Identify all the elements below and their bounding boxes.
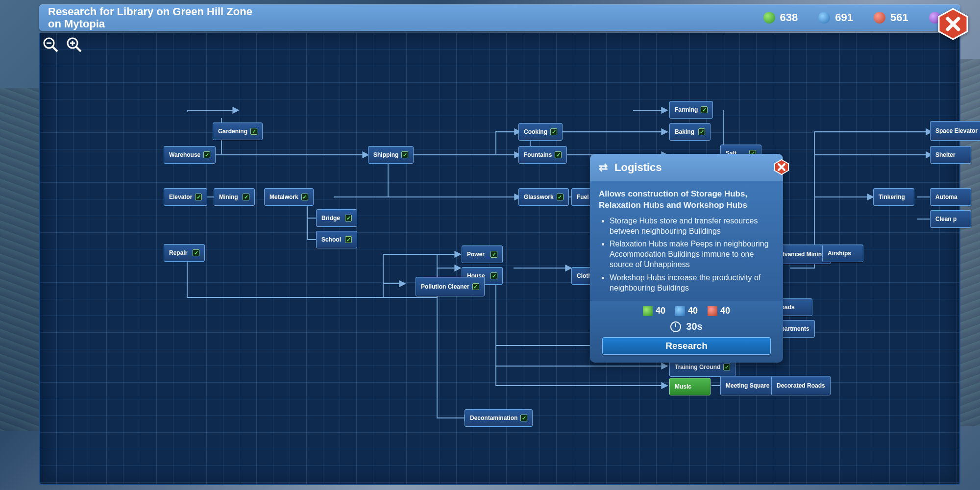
node-label: Elevator [169,194,192,200]
zoom-in-button[interactable] [66,36,82,53]
node-label: Music [675,384,691,390]
popup-close-button[interactable] [773,159,790,175]
page-title: Research for Library on Green Hill Zone … [48,5,254,30]
check-icon [193,249,199,256]
node-label: Pollution Cleaner [421,284,469,290]
resource-red-icon [708,306,717,316]
popup-bullet: Relaxation Hubs make Peeps in neighbouri… [610,239,774,270]
check-icon [520,415,527,421]
resource-blue-icon [818,12,830,24]
node-label: Farming [675,107,698,113]
node-warehouse[interactable]: Warehouse [164,146,216,164]
close-button[interactable] [936,7,970,41]
cost-green: 40 [643,306,665,316]
node-label: Advanced Mining [777,251,825,258]
cost-value: 40 [656,306,665,316]
popup-costs: 40 40 40 30s Research [590,301,783,363]
node-bridge[interactable]: Bridge [316,209,357,227]
node-metalwork[interactable]: Metalwork [264,188,314,206]
tech-tree-panel[interactable]: Warehouse Gardening Shipping Elevator Mi… [39,33,960,485]
node-power[interactable]: Power [462,245,503,263]
resource-red-value: 561 [890,11,908,24]
popup-header: ⇄ Logistics [590,154,783,181]
resource-green-icon [763,12,775,24]
node-mining[interactable]: Mining [214,188,255,206]
node-decorated-roads[interactable]: Decorated Roads [771,376,831,395]
node-label: Fuel [577,194,589,200]
cost-row: 40 40 40 [643,306,730,316]
svg-line-3 [52,47,57,51]
check-icon [701,106,708,113]
node-label: Baking [675,129,694,135]
popup-bullet: Workshop Hubs increase the productivity … [610,273,774,294]
resource-green-value: 638 [780,11,798,24]
node-label: Tinkering [879,194,905,200]
node-school[interactable]: School [316,231,357,248]
node-label: Bridge [321,215,340,221]
node-automation[interactable]: Automa [930,188,971,206]
resource-blue: 691 [818,11,853,24]
cost-value: 40 [688,306,698,316]
check-icon [490,272,497,279]
popup-body: Allows construction of Storage Hubs, Rel… [590,181,783,301]
node-label: Cooking [524,129,547,135]
resource-blue-icon [675,306,685,316]
popup-bullet: Storage Hubs store and transfer resource… [610,216,774,237]
resource-red-icon [874,12,885,24]
node-glasswork[interactable]: Glasswork [518,188,569,206]
popup-description: Allows construction of Storage Hubs, Rel… [599,189,774,211]
node-elevator[interactable]: Elevator [164,188,207,206]
node-tinkering[interactable]: Tinkering [873,188,914,206]
node-space-elevator[interactable]: Space Elevator [930,121,980,141]
cost-blue: 40 [675,306,698,316]
node-label: Glasswork [524,194,554,200]
cost-value: 40 [720,306,730,316]
resource-green: 638 [763,11,798,24]
resource-blue-value: 691 [835,11,853,24]
check-icon [401,151,408,158]
node-decontamination[interactable]: Decontamination [465,409,533,427]
check-icon [557,194,564,200]
zoom-out-button[interactable] [42,36,59,53]
node-cooking[interactable]: Cooking [518,123,563,141]
node-label: Warehouse [169,152,200,158]
research-time: 30s [670,321,702,332]
svg-line-7 [76,47,81,51]
node-music[interactable]: Music [669,378,710,395]
logistics-icon: ⇄ [599,161,608,174]
node-fountains[interactable]: Fountains [518,146,567,164]
check-icon [345,215,352,221]
node-label: Mining [219,194,238,200]
node-farming[interactable]: Farming [669,101,713,119]
node-gardening[interactable]: Gardening [213,122,263,140]
node-airships[interactable]: Airships [822,245,863,262]
check-icon [490,251,497,258]
popup-title: Logistics [614,161,662,174]
time-value: 30s [686,321,702,332]
node-baking[interactable]: Baking [669,123,710,141]
resource-readout: 638 691 561 0 [763,11,952,24]
node-label: Fountains [524,152,552,158]
research-button[interactable]: Research [602,337,771,355]
node-clean-power[interactable]: Clean p [930,210,971,228]
check-icon [195,194,202,200]
node-label: Automa [935,194,957,200]
node-label: Repair [169,250,187,256]
node-pollution-cleaner[interactable]: Pollution Cleaner [416,277,485,296]
check-icon [243,194,249,200]
resource-red: 561 [874,11,908,24]
node-shipping[interactable]: Shipping [368,146,414,164]
node-repair[interactable]: Repair [164,244,205,262]
node-meeting-square[interactable]: Meeting Square [720,376,775,395]
check-icon [723,364,730,370]
node-shelter[interactable]: Shelter [930,146,971,164]
popup-bullets: Storage Hubs store and transfer resource… [599,216,774,294]
cost-red: 40 [708,306,730,316]
check-icon [555,151,562,158]
check-icon [698,128,705,135]
resource-green-icon [643,306,653,316]
research-header: Research for Library on Green Hill Zone … [39,4,960,31]
check-icon [203,151,210,158]
node-label: Decorated Roads [777,383,825,389]
zoom-controls [42,36,82,53]
